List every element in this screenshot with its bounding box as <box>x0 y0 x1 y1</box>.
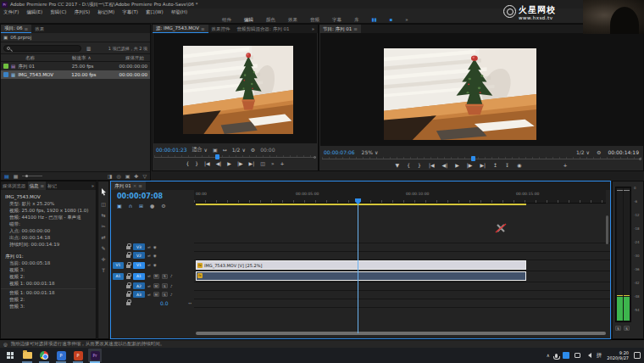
lock-icon[interactable] <box>126 276 130 279</box>
start-button[interactable] <box>3 349 17 362</box>
tab-overflow-icon[interactable]: » <box>90 182 96 190</box>
track-target-button[interactable]: V3 <box>133 243 145 250</box>
source-settings-icon[interactable]: ▣ <box>213 147 218 153</box>
track-select-tool[interactable]: ◫ <box>101 201 106 207</box>
tab-source[interactable]: 源: IMG_7543.MOV≡ <box>153 25 208 33</box>
timeline-playhead-line[interactable] <box>358 204 358 333</box>
go-to-out-button[interactable]: ▶| <box>480 162 486 168</box>
menu-window[interactable]: 窗口(W) <box>146 9 164 15</box>
column-header-name[interactable]: 名称 <box>25 55 35 61</box>
menu-clip[interactable]: 剪辑(C) <box>50 9 66 15</box>
timeline-ruler[interactable]: 00:00 00:00:05:00 00:00:10:00 00:00:15:0… <box>194 190 606 204</box>
program-scrubber[interactable] <box>322 156 641 162</box>
timeline-settings-icon[interactable]: ⚙ <box>161 203 165 209</box>
tab-audio-clip-mixer[interactable]: 音频剪辑混合器: 序列 01 <box>234 25 293 33</box>
timeline-timecode[interactable]: 00:00:07:08 <box>117 193 163 200</box>
mark-out-button[interactable]: } <box>195 160 198 166</box>
solo-button[interactable]: S <box>162 283 168 288</box>
photoshop-icon[interactable]: P <box>54 349 68 362</box>
source-playhead[interactable] <box>215 154 219 159</box>
slip-tool[interactable]: ⇄ <box>101 234 105 240</box>
find-icon[interactable]: ◎ <box>116 173 120 179</box>
sync-lock-icon[interactable]: ⇌ <box>147 293 151 297</box>
menu-title[interactable]: 字幕(T) <box>122 9 138 15</box>
project-file-name[interactable]: 06.prproj <box>10 35 31 40</box>
linked-selection-toggle[interactable]: ⊞ <box>139 203 143 209</box>
step-forward-button[interactable]: |▶ <box>237 160 243 166</box>
sort-ascending-icon[interactable]: ∧ <box>88 55 92 60</box>
go-to-in-button[interactable]: |◀ <box>429 162 435 168</box>
solo-button[interactable]: S <box>162 274 168 279</box>
add-marker-button[interactable]: ▼ <box>396 162 400 168</box>
compare-icon[interactable]: ◫ <box>260 160 265 166</box>
master-gain-value[interactable]: 0.0 <box>160 300 169 306</box>
mark-in-button[interactable]: { <box>407 162 410 168</box>
insert-nest-toggle[interactable]: ▣ <box>117 203 122 209</box>
scrubber-end-handle[interactable] <box>639 158 641 160</box>
wrench-icon[interactable]: ⚙ <box>597 149 601 155</box>
mic-icon[interactable]: ♪ <box>170 284 173 288</box>
razor-tool[interactable]: ✂ <box>101 223 105 229</box>
notification-center-icon[interactable] <box>634 352 641 359</box>
tab-overflow-icon[interactable]: » <box>308 25 318 33</box>
source-patch-v1[interactable]: V1 <box>113 262 124 269</box>
mute-button[interactable]: M <box>153 292 159 297</box>
sync-lock-icon[interactable]: ⇌ <box>147 254 151 258</box>
snap-toggle[interactable]: ∩ <box>129 203 132 209</box>
item-name[interactable]: IMG_7543.MOV <box>18 72 53 77</box>
new-bin-icon[interactable]: ▣ <box>125 173 130 179</box>
solo-left-button[interactable]: S <box>615 326 621 331</box>
file-explorer-icon[interactable] <box>20 349 34 362</box>
lock-icon[interactable] <box>126 285 130 288</box>
menu-marker[interactable]: 标记(M) <box>97 9 114 15</box>
type-tool[interactable]: T <box>102 267 105 273</box>
track-target-button[interactable]: V1 <box>133 262 145 269</box>
play-button[interactable]: ▶ <box>227 160 231 166</box>
workspace-tab-libraries[interactable]: 库 <box>354 17 359 23</box>
source-timecode[interactable]: 00:00:01:23 <box>156 147 187 153</box>
delete-icon[interactable]: ▽ <box>142 173 147 179</box>
panel-menu-icon[interactable]: ≡ <box>41 183 45 188</box>
track-visibility-icon[interactable]: ◉ <box>153 245 157 249</box>
item-name[interactable]: 序列 01 <box>18 64 35 70</box>
menu-file[interactable]: 文件(F) <box>3 9 19 15</box>
mute-button[interactable]: M <box>153 274 159 279</box>
taskbar-clock[interactable]: 9:20 2020/9/27 <box>607 350 629 360</box>
lock-icon[interactable] <box>126 246 130 249</box>
pen-tool[interactable]: ✎ <box>101 245 105 251</box>
search-input[interactable] <box>3 45 81 52</box>
ripple-edit-tool[interactable]: ⇆ <box>101 212 105 218</box>
source-patch-a1[interactable]: A1 <box>113 273 124 280</box>
mute-button[interactable]: M <box>153 283 159 288</box>
button-editor-icon[interactable]: + <box>563 162 567 168</box>
workspace-tab-editing[interactable]: 编辑 <box>244 17 253 23</box>
tab-markers[interactable]: 标记 <box>46 182 58 190</box>
label-chip-blue[interactable] <box>3 72 8 77</box>
automate-sequence-icon[interactable]: ◨ <box>108 173 113 179</box>
step-forward-button[interactable]: |▶ <box>467 162 473 168</box>
workspace-tab-color[interactable]: 颜色 <box>266 17 275 23</box>
track-target-button[interactable]: V2 <box>133 252 145 259</box>
menu-edit[interactable]: 编辑(E) <box>26 9 42 15</box>
powerpoint-icon[interactable]: P <box>71 349 85 362</box>
mic-icon[interactable]: ♪ <box>170 274 173 278</box>
tab-program[interactable]: 节目: 序列 01≡ <box>319 25 361 33</box>
go-to-in-button[interactable]: |◀ <box>204 160 210 166</box>
close-icon[interactable]: × <box>133 183 137 188</box>
tab-project[interactable]: 项目: 06≡ <box>1 25 31 33</box>
source-resolution-dropdown[interactable]: 1/2∨ <box>232 147 246 153</box>
column-header-framerate[interactable]: 帧速率 <box>72 55 86 61</box>
audio-meters-panel[interactable]: 0 -6 -12 -18 -24 -30 -36 -42 -48 -54 S S <box>612 181 644 339</box>
program-resolution-dropdown[interactable]: 1/2∨ <box>576 149 590 155</box>
program-playhead[interactable] <box>471 156 475 161</box>
lock-icon[interactable] <box>126 254 130 258</box>
sync-status-square-icon[interactable]: ▪ <box>390 17 393 22</box>
tab-timeline-sequence[interactable]: 序列 01 × ≡ <box>111 182 146 190</box>
sync-status-icon[interactable]: ▮▮ <box>372 17 377 22</box>
export-frame-button[interactable]: ◉ <box>517 162 521 168</box>
panel-menu-icon[interactable]: ≡ <box>138 183 142 188</box>
wrench-icon[interactable]: ⚙ <box>251 147 255 153</box>
source-video-area[interactable] <box>153 33 317 143</box>
tray-caret-icon[interactable]: ∧ <box>547 353 550 358</box>
filmstrip-icon[interactable]: ▥ <box>86 46 91 51</box>
